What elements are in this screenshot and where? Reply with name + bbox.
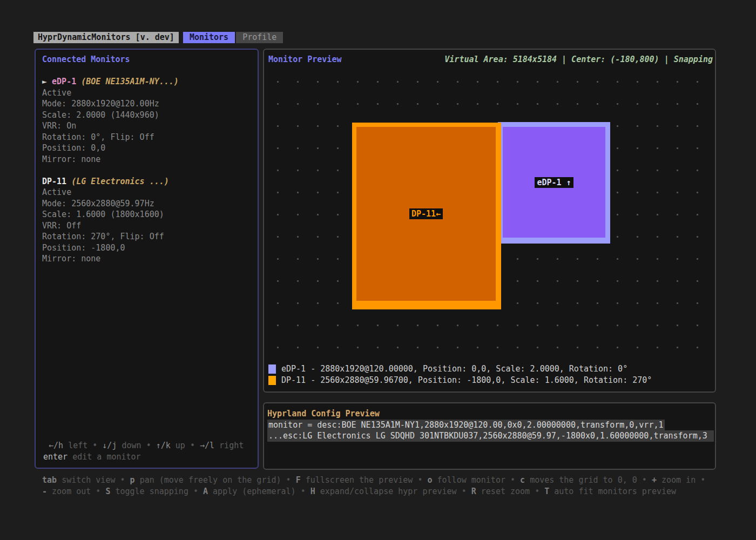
config-line-1: monitor = desc:BOE NE135A1M-NY1,2880x192… (267, 420, 665, 431)
help-key: R (471, 487, 476, 496)
preview-legend: eDP-1 - 2880x1920@120.00000, Position: 0… (268, 363, 652, 386)
monitor-list-item-dp11[interactable]: DP-11 (LG Electronics ...) Active Mode: … (42, 176, 253, 265)
legend-row-dp11: DP-11 - 2560x2880@59.96700, Position: -1… (268, 375, 652, 386)
bullet-separator: • (286, 475, 291, 485)
bullet-separator: • (190, 441, 195, 450)
monitor-detail: Active (42, 187, 253, 198)
monitor-name: DP-11 (42, 177, 66, 186)
bullet-separator: • (510, 475, 515, 485)
help-line-1: tab switch view • p pan (move freely on … (42, 475, 728, 486)
monitor-detail: VRR: Off (42, 220, 253, 232)
help-key: c (520, 475, 525, 485)
monitor-descriptor: (LG Electronics ...) (71, 177, 169, 186)
help-bar: tab switch view • p pan (move freely on … (42, 475, 728, 497)
legend-text: DP-11 - 2560x2880@59.96700, Position: -1… (281, 375, 652, 386)
help-key: A (203, 487, 208, 496)
tab-bar: HyprDynamicMonitors [v. dev] Monitors Pr… (33, 32, 283, 43)
help-key: - (42, 487, 47, 496)
legend-row-edp1: eDP-1 - 2880x1920@120.00000, Position: 0… (268, 363, 652, 375)
monitor-list-item-edp1[interactable]: ► eDP-1 (BOE NE135A1M-NY...) Active Mode… (42, 76, 253, 165)
monitor-name: eDP-1 (52, 77, 76, 86)
help-key: H (310, 487, 315, 496)
tab-monitors[interactable]: Monitors (183, 32, 235, 43)
connected-monitors-panel: Connected Monitors ► eDP-1 (BOE NE135A1M… (35, 49, 259, 469)
preview-monitor-dp11[interactable]: DP-11← (352, 123, 501, 309)
legend-swatch-edp1 (268, 364, 276, 374)
sidebar-keybind-hints: ←/h left • ↓/j down • ↑/k up • →/l right… (43, 440, 244, 462)
keyhint-up-key: ↑/k (156, 441, 171, 450)
help-key: o (427, 475, 432, 485)
bullet-separator: • (120, 475, 125, 485)
bullet-separator: • (417, 475, 422, 485)
bullet-separator: • (462, 487, 467, 496)
bullet-separator: • (92, 441, 97, 450)
bullet-separator: • (301, 487, 306, 496)
preview-title: Monitor Preview (268, 55, 341, 64)
tab-profile[interactable]: Profile (236, 32, 283, 43)
monitor-detail: Scale: 1.6000 (1800x1600) (42, 209, 253, 220)
keyhint-right-key: →/l (200, 441, 214, 450)
help-key: tab (42, 475, 57, 485)
help-key: T (544, 487, 549, 496)
legend-text: eDP-1 - 2880x1920@120.00000, Position: 0… (281, 363, 627, 375)
preview-status: Virtual Area: 5184x5184 | Center: (-180,… (444, 55, 713, 64)
preview-monitor-dp11-label: DP-11← (409, 208, 443, 219)
monitor-detail: VRR: On (42, 120, 253, 132)
keyhint-left-key: ←/h (49, 441, 63, 450)
help-key: p (130, 475, 135, 485)
selection-arrow-icon: ► (42, 77, 47, 86)
monitor-detail: Scale: 2.0000 (1440x960) (42, 110, 253, 121)
bullet-separator: • (642, 475, 647, 485)
keyhint-down-key: ↓/j (102, 441, 117, 450)
monitor-detail: Mode: 2560x2880@59.97Hz (42, 198, 253, 210)
config-panel-title: Hyprland Config Preview (267, 408, 714, 420)
monitor-detail: Position: 0,0 (42, 143, 253, 154)
bullet-separator: • (535, 487, 539, 496)
bullet-separator: • (193, 487, 198, 496)
help-key: + (652, 475, 657, 485)
monitor-detail: Mirror: none (42, 253, 253, 265)
preview-monitor-edp1-label: eDP-1 ↑ (535, 177, 573, 188)
config-line-2: ...esc:LG Electronics LG SDQHD 301NTBKDU… (267, 430, 714, 442)
monitor-detail: Mode: 2880x1920@120.00Hz (42, 98, 253, 110)
sidebar-title: Connected Monitors (42, 54, 253, 65)
help-key: F (296, 475, 301, 485)
help-line-2: - zoom out • S toggle snapping • A apply… (42, 486, 728, 497)
bullet-separator: • (700, 475, 705, 485)
monitor-detail: Active (42, 87, 253, 99)
monitor-descriptor: (BOE NE135A1M-NY...) (81, 77, 179, 86)
monitor-detail: Mirror: none (42, 154, 253, 165)
hyprland-config-panel: Hyprland Config Preview monitor = desc:B… (263, 402, 716, 470)
legend-swatch-dp11 (268, 376, 276, 385)
bullet-separator: • (146, 441, 151, 450)
bullet-separator: • (96, 487, 100, 496)
help-key: S (105, 487, 110, 496)
monitor-detail: Position: -1800,0 (42, 242, 253, 254)
monitor-preview-panel: Monitor Preview Virtual Area: 5184x5184 … (263, 49, 716, 393)
monitor-detail: Rotation: 270°, Flip: Off (42, 231, 253, 242)
keyhint-enter-key: enter (43, 452, 68, 462)
monitor-detail: Rotation: 0°, Flip: Off (42, 132, 253, 143)
app-title: HyprDynamicMonitors [v. dev] (33, 32, 179, 43)
preview-monitor-edp1[interactable]: eDP-1 ↑ (498, 122, 610, 244)
